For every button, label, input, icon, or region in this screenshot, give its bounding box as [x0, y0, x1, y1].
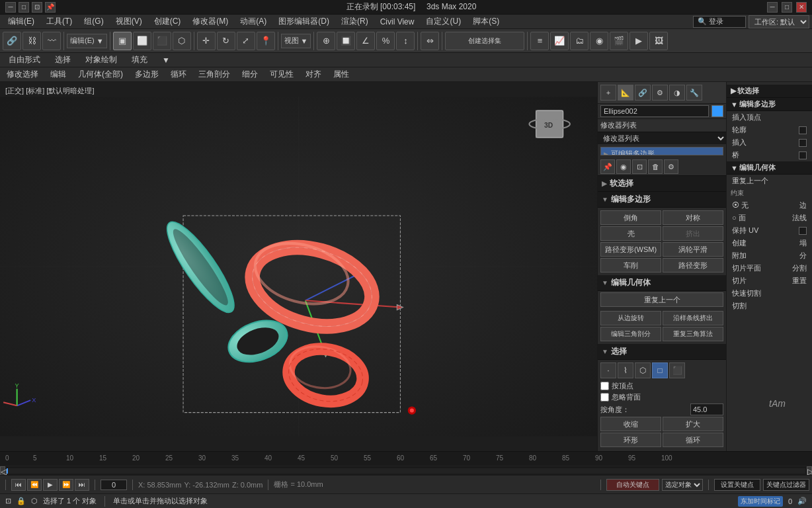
edit-tri-btn[interactable]: 编辑三角剖分 [600, 327, 661, 341]
attribute-tab[interactable]: 属性 [328, 67, 354, 81]
autokey-btn[interactable]: 自动关键点 [606, 479, 659, 491]
fr-quickslice[interactable]: 快速切割 [727, 287, 812, 300]
path-deform2-btn[interactable]: 路径变形 [663, 258, 723, 273]
obj-paint-tab[interactable]: 对象绘制 [79, 52, 123, 67]
fr-bridge-check[interactable] [799, 151, 807, 159]
fr-keep-uv-check[interactable] [799, 227, 807, 235]
fr-repeat-last[interactable]: 重复上一个 [727, 175, 812, 187]
fr-insert-check[interactable] [799, 139, 807, 147]
setkey-btn[interactable]: 设置关键点 [714, 479, 760, 491]
pivot-btn[interactable]: ⊕ [317, 32, 335, 50]
remove-modifier-btn[interactable]: 🗑 [648, 159, 663, 174]
select-move-btn[interactable]: ✛ [197, 32, 216, 50]
viewport[interactable]: [正交] [标准] [默认明暗处理] [0, 82, 597, 451]
ring-btn[interactable]: 环形 [600, 433, 661, 447]
pin-btn[interactable]: 📌 [45, 2, 56, 13]
menu-view[interactable]: 视图(V) [110, 15, 147, 28]
symmetry-btn[interactable]: 对称 [663, 210, 723, 225]
prev-frame-btn[interactable]: ⏪ [27, 479, 42, 491]
motion-panel-btn[interactable]: ⚙ [652, 85, 668, 101]
render-frame-btn[interactable]: 🖼 [649, 32, 668, 50]
selection-filter-dropdown[interactable]: 编辑(E) ▼ [67, 34, 107, 48]
geometry-tab[interactable]: 几何体(全部) [73, 67, 128, 81]
path-deform-btn[interactable]: 路径变形(WSM) [600, 242, 661, 257]
fr-face[interactable]: ○ 面 法线 [727, 212, 812, 224]
menu-customize[interactable]: 自定义(U) [421, 15, 466, 28]
fr-create[interactable]: 创建 塌 [727, 237, 812, 249]
snap-btn[interactable]: 🔲 [337, 32, 355, 50]
lasso-btn[interactable]: ⬡ [173, 32, 191, 50]
element-icon[interactable]: ⬛ [669, 362, 685, 378]
restore-btn[interactable]: □ [19, 2, 29, 13]
named-sel-dropdown[interactable]: 创建选择集 [445, 32, 524, 50]
repeat-last-btn[interactable]: 重复上一个 [600, 292, 723, 307]
fr-slice[interactable]: 切片 重置 [727, 275, 812, 287]
subdivision-tab[interactable]: 细分 [237, 67, 263, 81]
angle-snap-btn[interactable]: ∠ [356, 32, 375, 50]
display-panel-btn[interactable]: ◑ [669, 85, 685, 101]
shrink-btn[interactable]: 收缩 [600, 417, 661, 431]
curve-editor-btn[interactable]: 📈 [550, 32, 569, 50]
edit-poly-header[interactable]: ▼ 编辑多边形 [598, 192, 726, 208]
settings-btn[interactable]: ⊡ [32, 2, 42, 13]
select-obj-dropdown[interactable]: 选定对象 [662, 479, 703, 491]
timeline-track[interactable] [7, 468, 805, 474]
lathe-btn[interactable]: 车削 [600, 258, 661, 273]
fr-keep-uv[interactable]: 保持 UV [727, 224, 812, 237]
rotate-btn[interactable]: ↻ [217, 32, 235, 50]
soft-selection-header[interactable]: ▶ 软选择 [598, 176, 726, 192]
minimize-btn[interactable]: ─ [5, 2, 16, 13]
configure-btn[interactable]: ⚙ [664, 159, 678, 174]
menu-tools[interactable]: 工具(T) [41, 15, 77, 28]
extrude-btn[interactable]: 挤出 [663, 226, 723, 241]
from-edge-rotate-btn[interactable]: 从边旋转 [600, 311, 661, 325]
triangle-tab[interactable]: 三角剖分 [193, 67, 235, 81]
go-end-btn[interactable]: ⏭ [75, 479, 89, 491]
polygon-icon[interactable]: □ [652, 362, 668, 378]
chamfer-btn[interactable]: 倒角 [600, 210, 661, 225]
edit-tab[interactable]: 编辑 [45, 67, 71, 81]
keyfilter-btn[interactable]: 关键点过滤器 [763, 479, 809, 491]
fr-outline[interactable]: 轮廓 [727, 124, 812, 136]
search-input[interactable] [693, 16, 746, 28]
bind-to-spacewarp[interactable]: 〰 [42, 32, 61, 50]
fr-cut[interactable]: 切割 [727, 300, 812, 312]
align-btn[interactable]: ≡ [530, 32, 549, 50]
grow-btn[interactable]: 扩大 [663, 417, 723, 431]
workspace-dropdown[interactable]: 工作区: 默认 [749, 15, 809, 28]
modifier-list-dropdown[interactable]: 修改器列表 [598, 132, 726, 144]
edit-geometry-header[interactable]: ▼ 编辑几何体 [598, 275, 726, 291]
play-btn[interactable]: ▶ [43, 479, 58, 491]
render-setup-btn[interactable]: 🎬 [610, 32, 628, 50]
menu-script[interactable]: 脚本(S) [467, 15, 505, 28]
border-icon[interactable]: ⬡ [635, 362, 651, 378]
align-tab[interactable]: 对齐 [300, 67, 327, 81]
poly-list-item[interactable]: ▶ 可编辑多边形 [601, 148, 723, 155]
scale-btn[interactable]: ⤢ [237, 32, 255, 50]
timeline-next-btn[interactable]: ▷ [807, 466, 812, 476]
fr-outline-check[interactable] [799, 126, 807, 134]
fr-bridge[interactable]: 桥 [727, 149, 812, 161]
menu-group[interactable]: 组(G) [79, 15, 108, 28]
mirror-btn[interactable]: ⇔ [421, 32, 439, 50]
menu-render[interactable]: 渲染(R) [336, 15, 374, 28]
menu-graph-editor[interactable]: 图形编辑器(D) [273, 15, 335, 28]
fr-insert-vertex[interactable]: 插入顶点 [727, 111, 812, 124]
free-form-tab[interactable]: 自由形式 [3, 52, 46, 67]
win-maximize[interactable]: □ [782, 2, 792, 13]
modify-panel-btn[interactable]: 📐 [618, 85, 633, 101]
ignore-backface-check[interactable] [600, 393, 609, 402]
utilities-panel-btn[interactable]: 🔧 [686, 85, 702, 101]
vertex-icon[interactable]: · [600, 362, 616, 378]
spinner-snap-btn[interactable]: ↕ [396, 32, 415, 50]
menu-civil-view[interactable]: Civil View [375, 16, 420, 28]
pin-stack-btn[interactable]: 📌 [600, 159, 615, 174]
percent-snap-btn[interactable]: % [376, 32, 395, 50]
fr-edit-geo-header[interactable]: ▼ 编辑几何体 [727, 161, 812, 175]
modify-selection-tab[interactable]: 修改选择 [1, 67, 44, 81]
by-vertex-check[interactable] [600, 382, 609, 390]
render-btn[interactable]: ▶ [629, 32, 648, 50]
timeline-prev-btn[interactable]: ◁ [0, 466, 5, 476]
shell-btn[interactable]: 壳 [600, 226, 661, 241]
repeat-tri-btn[interactable]: 重复三角算法 [663, 327, 723, 341]
